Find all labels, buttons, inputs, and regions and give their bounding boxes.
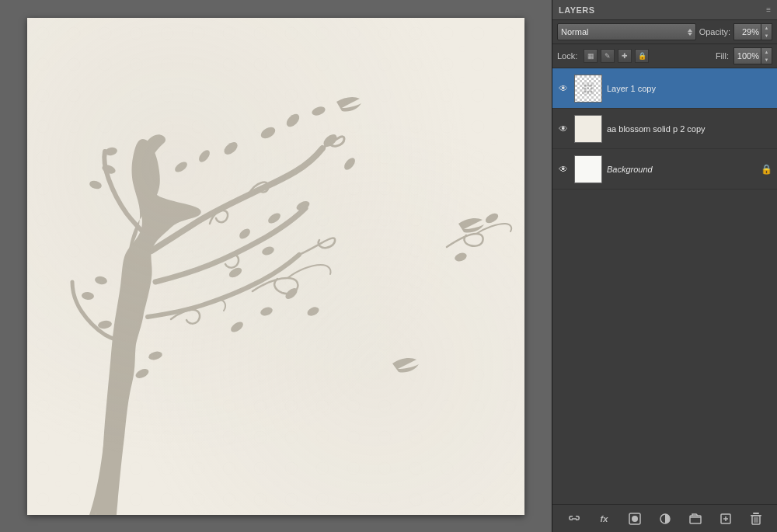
opacity-field[interactable]: 29% ▲ ▼	[733, 23, 772, 40]
lock-row: Lock: ▦ ✎ ✚ 🔒 Fill: 100% ▲ ▼	[552, 44, 777, 68]
layers-panel: LAYERS ≡ Normal Opacity: 29% ▲ ▼ Lock: ▦…	[552, 0, 777, 532]
lock-label: Lock:	[557, 51, 577, 61]
svg-rect-1	[27, 18, 524, 515]
blend-mode-arrows	[688, 29, 692, 36]
canvas-wrapper[interactable]	[27, 18, 524, 515]
fill-label: Fill:	[716, 51, 729, 61]
delete-layer-button[interactable]	[747, 509, 765, 528]
new-group-button[interactable]	[686, 509, 705, 528]
canvas-svg	[27, 18, 524, 515]
panel-menu-icon[interactable]: ≡	[766, 5, 771, 14]
new-layer-button[interactable]	[716, 509, 735, 528]
fill-arrows[interactable]: ▲ ▼	[761, 47, 772, 64]
layer-thumbnail	[574, 75, 602, 103]
adjustment-layer-button[interactable]	[656, 509, 674, 528]
lock-all-button[interactable]: 🔒	[635, 49, 649, 63]
svg-point-40	[584, 84, 587, 86]
layer-mask-button[interactable]	[625, 509, 644, 528]
layers-bottom-toolbar: fx	[552, 504, 777, 532]
layer-thumbnail	[574, 155, 602, 183]
layer-visibility-toggle[interactable]: 👁	[557, 164, 570, 175]
svg-rect-57	[753, 513, 759, 514]
blend-mode-select[interactable]: Normal	[557, 23, 696, 40]
blend-arrow-up	[688, 29, 692, 32]
layer-item[interactable]: 👁 aa blossom solid p 2 copy	[552, 109, 777, 149]
blend-mode-row: Normal Opacity: 29% ▲ ▼	[552, 20, 777, 44]
fill-down-arrow[interactable]: ▼	[761, 56, 772, 64]
layer-name: Background	[607, 165, 756, 174]
blend-arrow-down	[688, 33, 692, 36]
layer-item[interactable]: 👁	[552, 68, 777, 109]
lock-position-button[interactable]: ✚	[618, 49, 632, 63]
fill-field[interactable]: 100% ▲ ▼	[733, 47, 772, 64]
opacity-down-arrow[interactable]: ▼	[761, 32, 772, 40]
lock-icons: ▦ ✎ ✚ 🔒	[584, 49, 649, 63]
svg-point-42	[591, 84, 593, 86]
link-layers-button[interactable]	[565, 509, 584, 528]
opacity-input[interactable]: 29%	[733, 23, 761, 40]
opacity-arrows[interactable]: ▲ ▼	[761, 23, 772, 40]
layer-visibility-toggle[interactable]: 👁	[557, 123, 570, 134]
layers-header: LAYERS ≡	[552, 0, 777, 20]
canvas-area	[0, 0, 552, 532]
svg-point-45	[591, 87, 593, 89]
lock-image-button[interactable]: ✎	[601, 49, 615, 63]
fill-up-arrow[interactable]: ▲	[761, 48, 772, 56]
opacity-label: Opacity:	[699, 27, 730, 37]
svg-point-48	[591, 90, 593, 92]
layer-visibility-toggle[interactable]: 👁	[557, 83, 570, 94]
layers-panel-title: LAYERS	[559, 5, 595, 15]
layer-name: aa blossom solid p 2 copy	[607, 124, 772, 134]
layers-list: 👁	[552, 68, 777, 504]
blend-mode-value: Normal	[561, 27, 588, 37]
layer-thumbnail	[574, 115, 602, 143]
layer-lock-icon: 🔒	[761, 164, 772, 175]
opacity-up-arrow[interactable]: ▲	[761, 24, 772, 32]
layer-styles-button[interactable]: fx	[595, 509, 614, 528]
svg-point-41	[587, 84, 590, 86]
svg-point-50	[632, 516, 638, 522]
fill-input[interactable]: 100%	[733, 47, 761, 64]
svg-point-46	[584, 90, 587, 92]
svg-point-47	[587, 90, 590, 92]
svg-point-44	[587, 88, 589, 89]
layer-item[interactable]: 👁 Background 🔒	[552, 149, 777, 190]
layer-name: Layer 1 copy	[607, 84, 772, 93]
svg-point-43	[584, 87, 587, 89]
lock-transparent-button[interactable]: ▦	[584, 49, 598, 63]
